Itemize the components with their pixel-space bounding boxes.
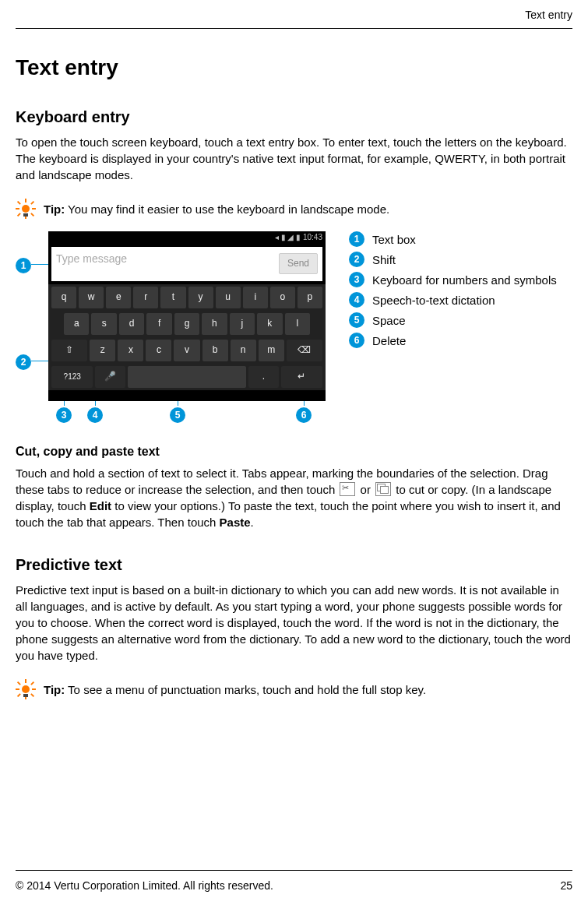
message-box[interactable]: Type message Send [51, 247, 322, 281]
legend-badge-3: 3 [349, 272, 364, 287]
svg-rect-16 [30, 681, 34, 685]
badge-2: 2 [16, 354, 31, 370]
legend-row-4: 4Speech-to-text dictation [349, 292, 557, 308]
key-p[interactable]: p [298, 287, 322, 308]
key-x[interactable]: x [118, 340, 143, 361]
legend-row-5: 5Space [349, 312, 557, 329]
legend-badge-4: 4 [349, 292, 364, 308]
keyboard: q w e r t y u i o p a s d [48, 284, 326, 390]
kb-row-3: ⇧ z x c v b n m ⌫ [48, 337, 326, 364]
badge-5: 5 [170, 407, 185, 423]
key-i[interactable]: i [243, 287, 268, 308]
key-mic[interactable]: 🎤 [95, 366, 125, 388]
callout-1: 1 [16, 256, 31, 273]
phone-screenshot: ◂ ▮ ◢ ▮ 10:43 Type message Send q w e r … [48, 231, 326, 401]
tip-label: Tip: [44, 202, 65, 216]
key-s[interactable]: s [91, 313, 116, 335]
key-y[interactable]: y [188, 287, 213, 308]
footer: © 2014 Vertu Corporation Limited. All ri… [16, 870, 572, 905]
ccp-paste: Paste [220, 516, 251, 529]
ccp-edit: Edit [90, 499, 111, 512]
tip-label: Tip: [44, 683, 65, 696]
key-h[interactable]: h [202, 313, 227, 335]
callout-4: 4 [87, 406, 103, 423]
svg-rect-18 [30, 693, 34, 697]
key-j[interactable]: j [230, 313, 255, 335]
svg-rect-8 [30, 213, 34, 217]
key-enter[interactable]: ↵ [281, 366, 322, 388]
svg-rect-4 [32, 208, 36, 210]
heading-predictive-text: Predictive text [16, 554, 572, 576]
tip-body: You may find it easier to use the keyboa… [65, 202, 389, 216]
tip-2-text: Tip: To see a menu of punctuation marks,… [44, 681, 426, 698]
key-m[interactable]: m [259, 340, 284, 361]
svg-rect-6 [30, 201, 34, 205]
key-t[interactable]: t [160, 287, 185, 308]
top-rule [16, 28, 572, 29]
ccp-d: . [251, 516, 254, 529]
legend-label-1: Text box [372, 231, 416, 248]
legend-label-6: Delete [372, 333, 406, 349]
para-keyboard-entry: To open the touch screen keyboard, touch… [16, 134, 572, 183]
key-e[interactable]: e [106, 287, 131, 308]
svg-rect-5 [17, 201, 21, 205]
svg-rect-1 [25, 199, 26, 202]
svg-rect-7 [17, 213, 21, 217]
callout-2: 2 [16, 353, 31, 370]
key-space[interactable] [128, 366, 247, 388]
svg-rect-13 [16, 688, 19, 690]
callout-6: 6 [296, 406, 312, 423]
page-title: Text entry [16, 52, 572, 83]
key-c[interactable]: c [146, 340, 171, 361]
key-w[interactable]: w [79, 287, 104, 308]
cut-icon [340, 482, 355, 496]
figure-area: 1 2 3 4 5 6 ◂ ▮ ◢ ▮ 10:43 Type message S… [16, 231, 572, 429]
key-g[interactable]: g [174, 313, 199, 335]
callout-5: 5 [170, 406, 185, 423]
key-v[interactable]: v [174, 340, 199, 361]
svg-rect-19 [23, 694, 28, 697]
key-r[interactable]: r [133, 287, 158, 308]
badge-4: 4 [87, 407, 103, 423]
heading-cut-copy-paste: Cut, copy and paste text [16, 443, 572, 460]
page-number: 25 [560, 879, 572, 894]
phone-wrap: 1 2 3 4 5 6 ◂ ▮ ◢ ▮ 10:43 Type message S… [16, 231, 326, 429]
legend-badge-5: 5 [349, 312, 364, 328]
key-symbols[interactable]: ?123 [51, 366, 93, 388]
key-f[interactable]: f [146, 313, 171, 335]
kb-row-4: ?123 🎤 . ↵ [48, 364, 326, 390]
key-delete[interactable]: ⌫ [287, 340, 322, 361]
legend-row-1: 1Text box [349, 231, 557, 248]
tip-1: Tip: You may find it easier to use the k… [16, 199, 572, 219]
key-b[interactable]: b [202, 340, 228, 361]
key-a[interactable]: a [64, 313, 89, 335]
running-header: Text entry [16, 8, 572, 23]
svg-rect-3 [16, 208, 19, 210]
copyright: © 2014 Vertu Corporation Limited. All ri… [16, 879, 273, 894]
legend-row-6: 6Delete [349, 333, 557, 349]
tip-body: To see a menu of punctuation marks, touc… [65, 683, 426, 696]
badge-6: 6 [296, 407, 312, 423]
para-cut-copy-paste: Touch and hold a section of text to sele… [16, 465, 572, 530]
legend-label-3: Keyboard for numbers and symbols [372, 272, 557, 288]
key-u[interactable]: u [216, 287, 241, 308]
key-z[interactable]: z [90, 340, 115, 361]
key-dot[interactable]: . [248, 366, 278, 388]
callout-3: 3 [56, 406, 72, 423]
copy-icon [375, 482, 391, 496]
key-q[interactable]: q [51, 287, 76, 308]
svg-rect-9 [23, 213, 28, 217]
para-predictive-text: Predictive text input is based on a buil… [16, 582, 572, 664]
statusbar: ◂ ▮ ◢ ▮ 10:43 [48, 231, 326, 244]
key-shift[interactable]: ⇧ [51, 340, 87, 361]
legend-row-2: 2Shift [349, 252, 557, 268]
send-button[interactable]: Send [279, 253, 318, 274]
key-o[interactable]: o [270, 287, 295, 308]
kb-row-1: q w e r t y u i o p [48, 284, 326, 311]
key-k[interactable]: k [257, 313, 282, 335]
kb-row-2: a s d f g h j k l [48, 311, 326, 337]
key-n[interactable]: n [231, 340, 256, 361]
key-l[interactable]: l [285, 313, 310, 335]
key-d[interactable]: d [119, 313, 144, 335]
badge-3: 3 [56, 407, 72, 423]
